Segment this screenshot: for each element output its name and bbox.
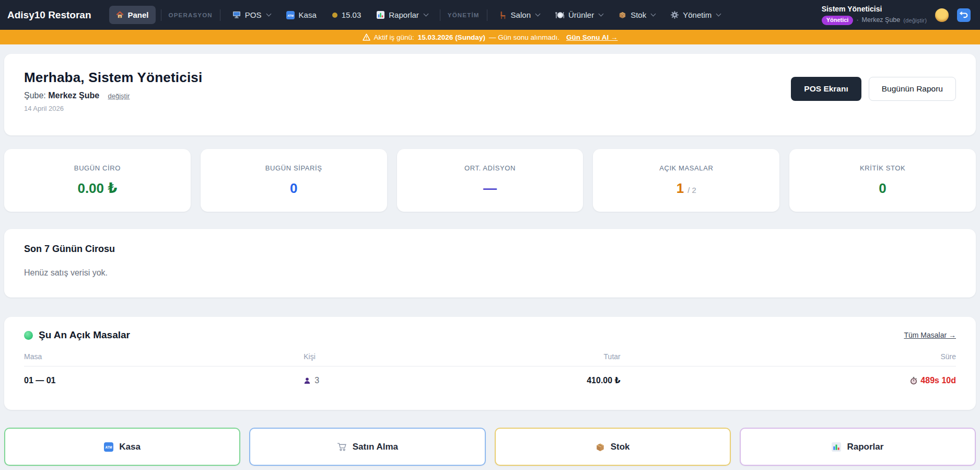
stat-value: 0.00 ₺ <box>77 180 117 197</box>
logout-icon[interactable] <box>957 8 971 22</box>
user-branch: Merkez Şube <box>862 16 901 25</box>
chevron-down-icon <box>599 12 604 17</box>
revenue-chart-card: Son 7 Günün Cirosu Henüz satış verisi yo… <box>4 229 976 297</box>
stat-value: 0 <box>879 180 886 197</box>
nav-item-kasa[interactable]: ATM Kasa <box>279 6 323 24</box>
column-header-sure: Süre <box>621 352 956 361</box>
stat-card-ciro: BUGÜN CİRO 0.00 ₺ <box>4 149 191 212</box>
stats-row: BUGÜN CİRO 0.00 ₺ BUGÜN SİPARİŞ 0 ORT. A… <box>4 149 976 212</box>
role-badge: Yönetici <box>822 16 854 25</box>
chart-empty-state: Henüz satış verisi yok. <box>24 268 956 278</box>
table-header-row: Masa Kişi Tutar Süre <box>24 352 956 366</box>
quick-action-label: Stok <box>611 442 630 452</box>
quick-action-label: Kasa <box>119 442 141 452</box>
open-tables-title: Şu An Açık Masalar <box>39 329 130 341</box>
stat-card-acik-masalar: AÇIK MASALAR 1 / 2 <box>593 149 779 212</box>
stat-value: 1 / 2 <box>676 180 696 197</box>
quick-actions-row: ATM Kasa Satın Alma Stok Raporlar <box>4 428 976 466</box>
page-title: Merhaba, Sistem Yöneticisi <box>24 70 202 86</box>
bar-chart-icon <box>377 11 384 19</box>
chevron-down-icon <box>266 12 271 17</box>
stopwatch-icon <box>910 376 917 385</box>
atm-icon: ATM <box>286 11 295 19</box>
table-cell-kisi: 3 <box>304 376 546 385</box>
stat-label: AÇIK MASALAR <box>659 164 713 172</box>
welcome-text: Merhaba, Sistem Yöneticisi Şube: Merkez … <box>24 70 202 120</box>
yellow-dot-icon <box>332 13 337 18</box>
welcome-card: Merhaba, Sistem Yöneticisi Şube: Merkez … <box>4 54 976 135</box>
gear-icon <box>671 11 679 19</box>
stat-card-kritik-stok: KRİTİK STOK 0 <box>789 149 976 212</box>
nav-separator <box>487 9 487 21</box>
nav-item-label: Raporlar <box>389 10 419 19</box>
pos-screen-button[interactable]: POS Ekranı <box>791 77 861 101</box>
nav-item-business-day[interactable]: 15.03 <box>325 6 368 24</box>
nav-user-area: Sistem Yöneticisi Yönetici · Merkez Şube… <box>822 5 973 25</box>
todays-report-button[interactable]: Bugünün Raporu <box>869 77 956 101</box>
current-date: 14 April 2026 <box>24 105 202 112</box>
nav-item-pos[interactable]: POS <box>226 6 277 24</box>
app-brand: Adisy10 Restoran <box>7 9 91 21</box>
stat-suffix: / 2 <box>687 186 696 194</box>
stat-card-siparis: BUGÜN SİPARİŞ 0 <box>201 149 387 212</box>
branch-change-link[interactable]: (değiştir) <box>903 17 927 24</box>
open-tables-card: Şu An Açık Masalar Tüm Masalar → Masa Ki… <box>4 317 976 410</box>
banner-date: 15.03.2026 (Sunday) <box>418 33 485 41</box>
nav-items: Panel OPERASYON POS ATM Kasa 15.03 <box>109 6 822 24</box>
stat-label: BUGÜN CİRO <box>74 164 121 172</box>
banner-prefix: Aktif iş günü: <box>374 33 414 41</box>
nav-item-label: Ürünler <box>568 10 594 19</box>
home-icon <box>116 11 124 19</box>
plate-icon <box>555 12 564 19</box>
table-row[interactable]: 01 — 01 3 410.00 ₺ 489s 10d <box>24 366 956 385</box>
stat-card-adisyon: ORT. ADİSYON — <box>397 149 584 212</box>
chevron-down-icon <box>535 12 541 17</box>
table-cell-tutar: 410.00 ₺ <box>546 375 621 385</box>
nav-item-label: Stok <box>631 10 646 19</box>
nav-item-label: Kasa <box>299 10 317 19</box>
business-day-banner: Aktif iş günü: 15.03.2026 (Sunday) — Gün… <box>0 30 980 44</box>
nav-section-operasyon: OPERASYON <box>167 12 215 18</box>
cart-icon <box>337 442 347 451</box>
nav-item-label: Salon <box>511 10 531 19</box>
column-header-tutar: Tutar <box>546 352 621 361</box>
user-name: Sistem Yöneticisi <box>822 5 927 14</box>
chair-icon <box>499 11 507 19</box>
atm-icon: ATM <box>104 442 113 452</box>
nav-item-yonetim[interactable]: Yönetim <box>664 6 727 24</box>
chevron-down-icon <box>423 12 428 17</box>
quick-action-raporlar[interactable]: Raporlar <box>740 428 976 466</box>
quick-action-kasa[interactable]: ATM Kasa <box>4 428 240 466</box>
column-header-masa: Masa <box>24 352 304 361</box>
chart-title: Son 7 Günün Cirosu <box>24 244 956 255</box>
nav-separator <box>220 9 220 21</box>
end-of-day-link[interactable]: Gün Sonu Al → <box>566 33 618 41</box>
box-icon <box>619 11 626 19</box>
nav-item-salon[interactable]: Salon <box>493 6 546 24</box>
quick-action-label: Raporlar <box>847 442 883 452</box>
change-branch-link[interactable]: değiştir <box>108 92 130 100</box>
chevron-down-icon <box>716 12 721 17</box>
quick-action-satin-alma[interactable]: Satın Alma <box>249 428 485 466</box>
user-info: Sistem Yöneticisi Yönetici · Merkez Şube… <box>822 5 927 25</box>
chevron-down-icon <box>651 12 656 17</box>
separator-dot: · <box>856 16 858 25</box>
user-avatar[interactable] <box>935 8 949 22</box>
all-tables-link[interactable]: Tüm Masalar → <box>904 331 956 339</box>
quick-action-stok[interactable]: Stok <box>495 428 731 466</box>
nav-item-stok[interactable]: Stok <box>612 6 662 24</box>
nav-item-label: Yönetim <box>683 10 711 19</box>
nav-item-raporlar[interactable]: Raporlar <box>370 6 435 24</box>
nav-section-yonetim: YÖNETİM <box>446 12 482 18</box>
bar-chart-icon <box>832 442 841 452</box>
warning-icon <box>363 33 370 41</box>
svg-text:ATM: ATM <box>106 445 112 449</box>
branch-label: Şube: <box>24 91 46 100</box>
svg-text:ATM: ATM <box>287 14 294 17</box>
nav-separator <box>161 9 161 21</box>
table-cell-masa: 01 — 01 <box>24 376 304 385</box>
stat-label: KRİTİK STOK <box>860 164 905 172</box>
nav-item-urunler[interactable]: Ürünler <box>549 6 610 24</box>
banner-suffix: — Gün sonu alınmadı. <box>489 33 559 41</box>
nav-item-panel[interactable]: Panel <box>109 6 156 24</box>
